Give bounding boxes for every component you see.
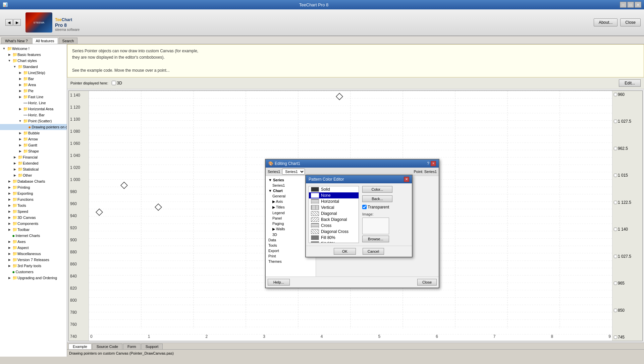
sidebar-item-area[interactable]: ▶ 📁 Area [0,82,67,88]
sidebar-item-toolbar[interactable]: ▶ 📁 Toolbar [0,227,67,233]
nav-tabs: What's New ? All features Search [0,36,644,44]
sidebar-item-bar[interactable]: ▶ 📁 Bar [0,76,67,82]
expand-icon-fl: ▶ [17,94,23,100]
sidebar-item-functions[interactable]: ▶ 📁 Functions [0,196,67,202]
checkbox-3d[interactable] [112,81,116,85]
tab-example[interactable]: Example [68,344,92,349]
sidebar-item-aspect[interactable]: ▶ 📁 Aspect [0,245,67,251]
sidebar-item-customers[interactable]: ● Customers [0,269,67,275]
sidebar-item-statistical[interactable]: ▶ 📁 Statistical [0,166,67,172]
ok-button[interactable]: OK [334,248,356,255]
sidebar-item-bubble[interactable]: ▶ 📁 Bubble [0,130,67,136]
sidebar-item-axes[interactable]: ▶ 📁 Axes [0,239,67,245]
sidebar-item-pie[interactable]: ▶ 📁 Pie [0,88,67,94]
sidebar-item-welcome[interactable]: ▼ 📁 Welcome ! [0,46,67,52]
sidebar-item-3dcanvas[interactable]: ▶ 📁 3D Canvas [0,215,67,221]
xlabel-5: 5 [378,334,380,340]
pattern-item-backdiagonal[interactable]: Back Diagonal [309,217,359,223]
sidebar-item-point-scatter[interactable]: ▼ 📁 Point (Scatter) [0,118,67,124]
nav-arrows: ◀ ▶ [3,19,23,26]
pattern-item-solid[interactable]: Solid [309,186,359,192]
sidebar-item-internet-charts[interactable]: ● Internet Charts [0,233,67,239]
sidebar-item-printing[interactable]: ▶ 📁 Printing [0,184,67,190]
sidebar-item-arrow[interactable]: ▶ 📁 Arrow [0,136,67,142]
sidebar-item-drawing-pointers[interactable]: ● Drawing pointers on c [0,124,67,130]
legend-item-2: 1 027.5 [614,119,641,124]
point-label: Point: Series1 [414,170,437,174]
sidebar-item-components[interactable]: ▶ 📁 Components [0,221,67,227]
forward-arrow[interactable]: ▶ [13,19,21,26]
transparent-checkbox[interactable] [362,205,367,209]
sidebar-label-gantt: Gantt [28,143,37,147]
pattern-item-diagonal[interactable]: Diagonal [309,210,359,217]
editing-dialog-close-btn[interactable]: × [431,161,436,166]
ylabel-800: 800 [70,298,87,303]
pattern-item-diagcross[interactable]: Diagonal Cross [309,229,359,235]
pattern-item-fill80[interactable]: Fill 80% [309,235,359,241]
sidebar-item-3rdparty[interactable]: ▶ 📁 3rd Party tools [0,263,67,269]
pattern-dialog-close-btn[interactable]: ✕ [404,177,409,182]
pattern-list[interactable]: Solid None Horizontal Vertical [309,186,359,243]
sidebar-item-speed[interactable]: ▶ 📁 Speed [0,208,67,215]
sidebar-item-horizarea[interactable]: ▶ 📁 Horizontal Area [0,106,67,112]
pattern-item-vertical[interactable]: Vertical [309,204,359,210]
sidebar-item-chart-styles[interactable]: ▼ 📁 Chart styles [0,58,67,64]
sidebar-item-version7[interactable]: ▶ 📁 Version 7 Releases [0,257,67,263]
sidebar-item-line[interactable]: ▶ 📁 Line(Strip) [0,70,67,76]
pattern-item-fill50[interactable]: Fill 50% [309,241,359,243]
about-button[interactable]: About... [594,18,618,26]
back-button[interactable]: Back... [362,195,392,202]
sidebar-item-extended[interactable]: ▶ 📁 Extended [0,160,67,166]
sidebar-item-gantt[interactable]: ▶ 📁 Gantt [0,142,67,148]
window-close-button[interactable]: ✕ [635,2,641,8]
pattern-label-diagonal: Diagonal [321,211,337,216]
sidebar-item-database-charts[interactable]: ▶ 📁 Database Charts [0,178,67,184]
edit-button[interactable]: Edit... [619,79,641,87]
tab-search[interactable]: Search [59,38,78,44]
sidebar-item-upgrading[interactable]: ▶ 📁 Upgrading and Ordering [0,275,67,281]
tab-whats-new[interactable]: What's New ? [1,38,32,44]
sidebar-item-basic-features[interactable]: ▶ 📁 Basic features [0,52,67,58]
sidebar-item-miscellaneous[interactable]: ▶ 📁 Miscellaneous [0,251,67,257]
color-button[interactable]: Color... [362,186,392,193]
help-icon[interactable]: ? [427,161,429,166]
sidebar-scroll[interactable]: ▼ 📁 Welcome ! ▶ 📁 Basic features ▼ 📁 Cha… [0,46,67,355]
tab-support[interactable]: Support [141,344,163,349]
spacer-dp [23,124,28,130]
editing-close-dialog-button[interactable]: Close [417,279,437,286]
header-close-button[interactable]: Close [620,18,641,26]
tree-themes[interactable]: Themes [267,259,314,264]
sidebar-label-extended: Extended [23,161,38,165]
maximize-button[interactable]: □ [627,2,634,8]
checkbox-3d-container[interactable]: 3D [112,81,122,85]
tab-all-features[interactable]: All features [32,38,58,44]
pattern-item-horizontal[interactable]: Horizontal [309,198,359,204]
legend-val-1: 960 [618,92,625,97]
ylabel-780: 780 [70,310,87,315]
folder-icon-stat: 📁 [17,167,23,172]
pattern-item-none[interactable]: None [309,192,359,198]
editing-help-button[interactable]: Help... [268,279,290,286]
sidebar-item-financial[interactable]: ▶ 📁 Financial [0,154,67,160]
minimize-button[interactable]: ─ [620,2,627,8]
tab-form[interactable]: Form [123,344,141,349]
cancel-button[interactable]: Cancel [363,248,384,255]
sidebar-item-fastline[interactable]: ▶ 📁 Fast Line [0,94,67,100]
xlabel-8: 8 [551,334,553,340]
sidebar-item-shape[interactable]: ▶ 📁 Shape [0,148,67,154]
back-arrow[interactable]: ◀ [5,19,13,26]
sidebar-item-tools[interactable]: ▶ 📁 Tools [0,202,67,208]
logo-pro: Pro 8 [55,22,79,28]
transparent-checkbox-container[interactable]: Transparent [362,205,392,209]
browse-button[interactable]: Browse... [362,236,389,242]
sidebar-item-exporting[interactable]: ▶ 📁 Exporting [0,190,67,196]
ylabel-740: 740 [70,334,87,339]
sidebar-item-horizline[interactable]: — Horiz. Line [0,100,67,106]
tab-source-code[interactable]: Source Code [92,344,122,349]
series-dropdown[interactable]: Series1 [282,169,305,175]
expand-icon-ps: ▼ [17,118,23,124]
sidebar-item-standard[interactable]: ▼ 📁 Standard [0,64,67,70]
sidebar-item-horizbar[interactable]: — Horiz. Bar [0,112,67,118]
sidebar-item-other[interactable]: ▶ 📁 Other [0,172,67,178]
pattern-item-cross[interactable]: Cross [309,223,359,229]
